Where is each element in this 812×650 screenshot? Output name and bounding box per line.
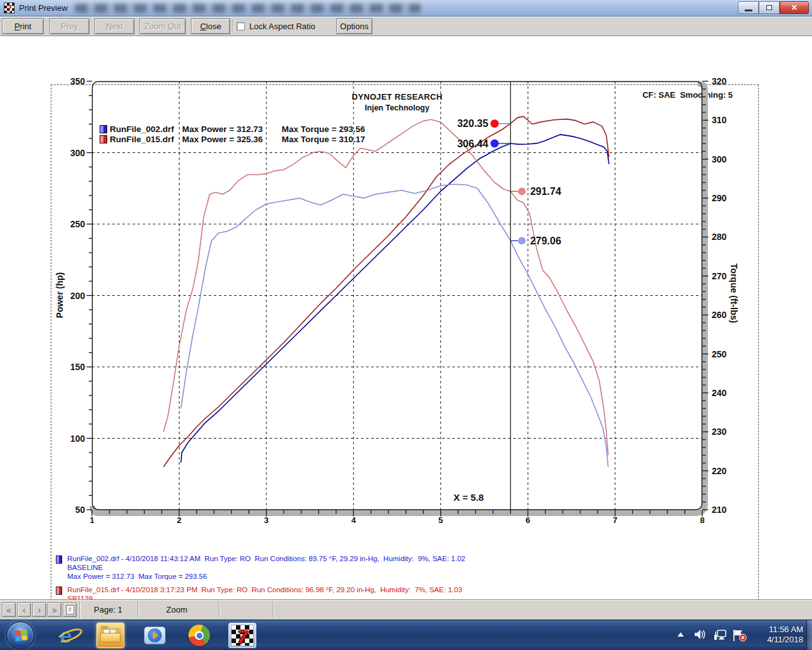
prev-page-button[interactable]: ‹ [17, 602, 31, 617]
prev-button[interactable]: Prev [49, 18, 89, 34]
legend-row-sp1129: RunFile_015.drf Max Power = 325.36 Max T… [100, 135, 114, 144]
run-chip-blue [56, 555, 62, 564]
page-margin-border [51, 84, 759, 623]
dynojet-app-icon: 7 [4, 3, 15, 13]
volume-icon[interactable] [694, 629, 707, 640]
run1-max: Max Power = 312.73 Max Torque = 293.56 [67, 573, 207, 580]
print-preview-page: DYNOJET RESEARCH Injen Technology CF: SA… [0, 36, 812, 599]
window-title: Print Preview [19, 3, 68, 13]
chrome-icon [188, 625, 210, 646]
legend-max-torque: Max Torque = 293.56 [282, 124, 365, 134]
screen: 7 Print Preview ✕ Print Prev Next Zoom O… [0, 0, 812, 650]
network-icon[interactable] [713, 629, 727, 641]
goto-page-button[interactable]: # [63, 602, 77, 617]
taskbar: e 7 [0, 620, 812, 650]
next-page-button[interactable]: › [32, 602, 46, 617]
run2-conditions: RunFile_015.drf - 4/10/2018 3:17:23 PM R… [67, 586, 462, 594]
dynojet-icon: 7 [231, 625, 254, 646]
options-button[interactable]: Options [336, 18, 372, 34]
print-button[interactable]: Print [2, 18, 44, 34]
run1-conditions: RunFile_002.drf - 4/10/2018 11:43:12 AM … [67, 555, 465, 562]
legend-row-baseline: RunFile_002.drf Max Power = 312.73 Max T… [100, 124, 114, 134]
legend-max-torque: Max Torque = 310.17 [282, 135, 365, 144]
last-page-button[interactable]: » [48, 602, 62, 617]
start-button[interactable] [6, 621, 34, 649]
page-grid-icon: # [66, 605, 74, 614]
prev-page-icon: ‹ [23, 605, 26, 615]
zoom-indicator[interactable]: Zoom [166, 605, 187, 614]
toolbar-separator [233, 19, 234, 34]
clock-date: 4/11/2018 [767, 635, 803, 645]
next-button[interactable]: Next [95, 18, 134, 34]
correction-factor-label: CF: SAE Smoothing: 5 [643, 90, 733, 100]
minimize-icon [745, 10, 752, 11]
restore-icon [766, 5, 772, 10]
run-chip-red [56, 587, 62, 595]
chart-title: DYNOJET RESEARCH [92, 92, 702, 102]
redacted-filename-text [75, 4, 421, 13]
statusbar-separator [273, 602, 274, 618]
first-page-icon: « [6, 605, 11, 615]
legend-max-power: Max Power = 312.73 [182, 124, 263, 134]
statusbar-separator [79, 602, 81, 618]
restore-button[interactable] [759, 1, 780, 14]
chart-subtitle: Injen Technology [92, 103, 702, 112]
titlebar: 7 Print Preview ✕ [0, 0, 812, 17]
zoom-out-button[interactable]: Zoom Out [140, 18, 186, 34]
first-page-button[interactable]: « [2, 602, 16, 617]
folder-icon [100, 628, 121, 643]
legend-max-power: Max Power = 325.36 [182, 135, 263, 144]
hidden-icons-arrow[interactable] [678, 632, 684, 637]
page-indicator: Page: 1 [94, 605, 122, 614]
statusbar-separator [219, 602, 220, 618]
close-preview-button[interactable]: Close [191, 18, 230, 34]
last-page-icon: » [52, 605, 57, 615]
close-icon: ✕ [791, 3, 797, 12]
show-desktop-button[interactable] [806, 620, 812, 650]
windows-logo-icon [15, 630, 27, 641]
legend-file-name: RunFile_015.drf [110, 135, 174, 144]
next-page-icon: › [38, 605, 41, 615]
lock-aspect-ratio-label: Lock Aspect Ratio [249, 22, 315, 31]
clock[interactable]: 11:56 AM 4/11/2018 [767, 625, 803, 645]
statusbar: « ‹ › » # Page: 1 Zoom [0, 599, 812, 620]
close-button[interactable]: ✕ [780, 1, 809, 14]
legend-file-name: RunFile_002.drf [110, 124, 174, 134]
taskbar-internet-explorer[interactable]: e [52, 623, 80, 648]
toolbar: Print Prev Next Zoom Out Close Lock Aspe… [0, 17, 812, 36]
legend-chip-blue [100, 125, 107, 133]
legend-chip-red [100, 135, 107, 143]
internet-explorer-icon: e [60, 625, 72, 646]
lock-aspect-ratio-checkbox[interactable] [237, 22, 245, 30]
taskbar-media-player[interactable] [141, 623, 169, 648]
media-player-icon [144, 627, 166, 644]
statusbar-separator [138, 602, 139, 618]
clock-time: 11:56 AM [767, 625, 803, 635]
taskbar-dynojet[interactable]: 7 [228, 623, 256, 648]
taskbar-windows-explorer[interactable] [96, 623, 124, 648]
taskbar-chrome[interactable] [185, 623, 213, 648]
minimize-button[interactable] [738, 1, 759, 14]
run1-name: BASELINE [67, 564, 103, 571]
action-center-flag-icon[interactable] [732, 629, 747, 642]
